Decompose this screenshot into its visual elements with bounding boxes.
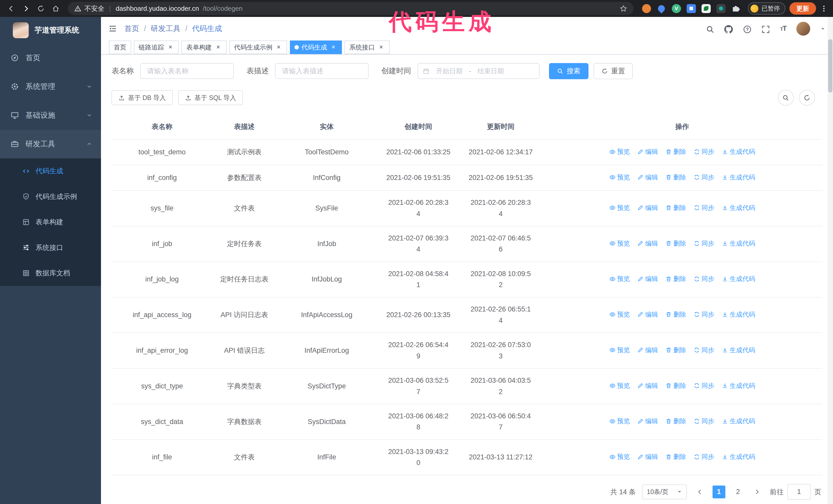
- delete-link[interactable]: 删除: [665, 202, 686, 214]
- edit-link[interactable]: 编辑: [637, 202, 658, 214]
- generate-link[interactable]: 生成代码: [722, 415, 755, 427]
- profile-paused-badge[interactable]: 已暂停: [748, 2, 785, 15]
- help-icon[interactable]: [743, 24, 752, 33]
- sync-link[interactable]: 同步: [694, 172, 714, 183]
- security-chip[interactable]: 不安全: [74, 4, 104, 13]
- view-tab[interactable]: 系统接口×: [344, 41, 389, 54]
- user-avatar[interactable]: [796, 22, 810, 35]
- edit-link[interactable]: 编辑: [637, 451, 658, 462]
- sidebar-item-system[interactable]: 系统管理: [0, 72, 101, 101]
- reset-button[interactable]: 重置: [594, 63, 633, 79]
- generate-link[interactable]: 生成代码: [722, 380, 755, 391]
- generate-link[interactable]: 生成代码: [722, 344, 755, 356]
- page-number-1[interactable]: 1: [713, 485, 725, 498]
- forward-icon[interactable]: [19, 2, 33, 15]
- breadcrumb-item[interactable]: 首页: [124, 24, 139, 34]
- edit-link[interactable]: 编辑: [637, 309, 658, 320]
- sidebar-item-codegen-example[interactable]: 代码生成示例: [0, 184, 101, 209]
- preview-link[interactable]: 预览: [609, 202, 630, 214]
- view-tab[interactable]: 首页: [109, 41, 131, 54]
- delete-link[interactable]: 删除: [665, 451, 686, 462]
- sidebar-fold-icon[interactable]: [101, 17, 124, 40]
- scrollbar-thumb[interactable]: [828, 39, 832, 92]
- scrollbar[interactable]: [828, 17, 833, 504]
- reload-icon[interactable]: [34, 2, 48, 15]
- chrome-update-button[interactable]: 更新: [789, 2, 816, 15]
- sidebar-item-home[interactable]: 首页: [0, 44, 101, 72]
- sidebar-item-infra[interactable]: 基础设施: [0, 101, 101, 130]
- delete-link[interactable]: 删除: [665, 146, 686, 158]
- search-button[interactable]: 搜索: [549, 63, 588, 79]
- sync-link[interactable]: 同步: [694, 451, 714, 462]
- sidebar-item-db-doc[interactable]: 数据库文档: [0, 261, 101, 286]
- page-size-select[interactable]: 10条/页: [642, 484, 687, 499]
- prev-page-button[interactable]: [693, 485, 706, 498]
- sync-link[interactable]: 同步: [694, 309, 714, 320]
- view-tab[interactable]: 表单构建×: [182, 41, 227, 54]
- generate-link[interactable]: 生成代码: [722, 273, 755, 285]
- browser-menu-icon[interactable]: [819, 5, 829, 12]
- edit-link[interactable]: 编辑: [637, 273, 658, 285]
- sync-link[interactable]: 同步: [694, 146, 714, 158]
- sidebar-item-form-builder[interactable]: 表单构建: [0, 210, 101, 235]
- tab-close-icon[interactable]: ×: [377, 44, 385, 51]
- preview-link[interactable]: 预览: [609, 415, 630, 427]
- delete-link[interactable]: 删除: [665, 344, 686, 356]
- preview-link[interactable]: 预览: [609, 146, 630, 158]
- delete-link[interactable]: 删除: [665, 415, 686, 427]
- preview-link[interactable]: 预览: [609, 380, 630, 391]
- sync-link[interactable]: 同步: [694, 238, 714, 249]
- edit-link[interactable]: 编辑: [637, 238, 658, 249]
- delete-link[interactable]: 删除: [665, 238, 686, 249]
- goto-page-input[interactable]: [787, 484, 811, 500]
- view-tab[interactable]: 代码生成×: [290, 41, 342, 54]
- address-bar[interactable]: 不安全 | dashboard.yudao.iocoder.cn/tool/co…: [68, 2, 634, 15]
- extension-icon-4[interactable]: [687, 4, 696, 13]
- edit-link[interactable]: 编辑: [637, 172, 658, 183]
- delete-link[interactable]: 删除: [665, 309, 686, 320]
- breadcrumb-item[interactable]: 研发工具: [151, 24, 181, 34]
- sidebar-item-system-api[interactable]: 系统接口: [0, 235, 101, 260]
- import-sql-button[interactable]: 基于 SQL 导入: [178, 90, 243, 105]
- view-tab[interactable]: 链路追踪×: [134, 41, 179, 54]
- preview-link[interactable]: 预览: [609, 172, 630, 183]
- tab-close-icon[interactable]: ×: [330, 44, 337, 51]
- tab-close-icon[interactable]: ×: [215, 44, 222, 51]
- generate-link[interactable]: 生成代码: [722, 172, 755, 183]
- edit-link[interactable]: 编辑: [637, 344, 658, 356]
- preview-link[interactable]: 预览: [609, 273, 630, 285]
- date-range-picker[interactable]: -: [418, 63, 540, 79]
- preview-link[interactable]: 预览: [609, 309, 630, 320]
- font-size-icon[interactable]: TT: [780, 25, 786, 32]
- tab-close-icon[interactable]: ×: [275, 44, 282, 51]
- preview-link[interactable]: 预览: [609, 344, 630, 356]
- view-tab[interactable]: 代码生成示例×: [230, 41, 287, 54]
- extension-icon-3[interactable]: V: [672, 4, 681, 13]
- extension-icon-6[interactable]: [716, 4, 725, 13]
- home-icon[interactable]: [49, 2, 63, 15]
- date-start-input[interactable]: [432, 67, 467, 75]
- sync-link[interactable]: 同步: [694, 415, 714, 427]
- generate-link[interactable]: 生成代码: [722, 238, 755, 249]
- edit-link[interactable]: 编辑: [637, 415, 658, 427]
- extension-icon-5[interactable]: [701, 4, 711, 13]
- sync-link[interactable]: 同步: [694, 344, 714, 356]
- sync-link[interactable]: 同步: [694, 273, 714, 285]
- delete-link[interactable]: 删除: [665, 273, 686, 285]
- extension-icon-1[interactable]: [642, 4, 651, 13]
- bookmark-star-icon[interactable]: [620, 5, 627, 13]
- generate-link[interactable]: 生成代码: [722, 146, 755, 158]
- github-icon[interactable]: [724, 24, 733, 33]
- edit-link[interactable]: 编辑: [637, 380, 658, 391]
- back-icon[interactable]: [4, 2, 18, 15]
- delete-link[interactable]: 删除: [665, 172, 686, 183]
- page-number-2[interactable]: 2: [732, 485, 744, 498]
- generate-link[interactable]: 生成代码: [722, 202, 755, 214]
- sync-link[interactable]: 同步: [694, 380, 714, 391]
- fullscreen-icon[interactable]: [761, 24, 770, 33]
- preview-link[interactable]: 预览: [609, 451, 630, 462]
- table-desc-input[interactable]: [275, 63, 368, 79]
- next-page-button[interactable]: [751, 485, 764, 498]
- tab-close-icon[interactable]: ×: [167, 44, 174, 51]
- sidebar-item-codegen[interactable]: 代码生成: [0, 159, 101, 184]
